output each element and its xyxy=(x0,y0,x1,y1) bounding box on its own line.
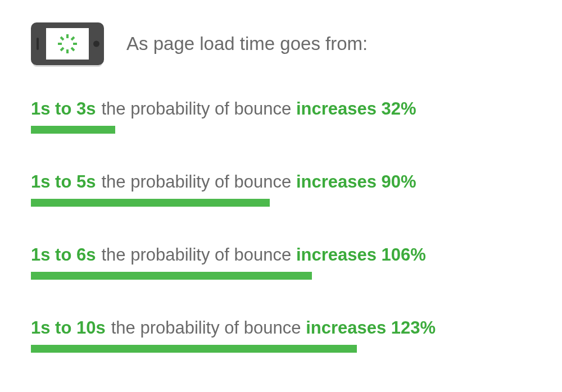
svg-line-5 xyxy=(61,48,64,51)
svg-line-1 xyxy=(71,37,74,40)
phone-screen xyxy=(46,28,89,60)
increase-text: increases 90% xyxy=(296,172,416,192)
bounce-row: 1s to 6sthe probability of bounce increa… xyxy=(31,245,531,280)
row-text: 1s to 5sthe probability of bounce increa… xyxy=(31,172,531,192)
increase-text: increases 32% xyxy=(296,99,416,118)
bar-track xyxy=(31,272,531,280)
svg-line-7 xyxy=(61,37,64,40)
bounce-row: 1s to 3sthe probability of bounce increa… xyxy=(31,99,531,134)
row-text: 1s to 3sthe probability of bounce increa… xyxy=(31,99,531,119)
row-text: 1s to 6sthe probability of bounce increa… xyxy=(31,245,531,265)
bar-fill xyxy=(31,345,357,353)
bounce-rows: 1s to 3sthe probability of bounce increa… xyxy=(31,99,531,353)
phone-loading-icon xyxy=(31,22,104,65)
time-range: 1s to 5s xyxy=(31,172,96,192)
page-title: As page load time goes from: xyxy=(126,33,368,54)
svg-line-3 xyxy=(71,48,74,51)
bar-fill xyxy=(31,272,312,280)
time-range: 1s to 6s xyxy=(31,245,96,265)
mid-text: the probability of bounce xyxy=(111,318,301,338)
bar-fill xyxy=(31,126,115,134)
row-text: 1s to 10sthe probability of bounce incre… xyxy=(31,318,531,338)
increase-text: increases 123% xyxy=(306,318,436,338)
bar-track xyxy=(31,199,531,207)
increase-text: increases 106% xyxy=(296,245,426,265)
mid-text: the probability of bounce xyxy=(101,245,291,265)
mid-text: the probability of bounce xyxy=(101,99,291,118)
header: As page load time goes from: xyxy=(31,22,531,65)
bar-fill xyxy=(31,199,270,207)
bar-track xyxy=(31,345,531,353)
spinner-icon xyxy=(56,33,79,55)
time-range: 1s to 3s xyxy=(31,99,96,118)
time-range: 1s to 10s xyxy=(31,318,106,338)
bounce-row: 1s to 5sthe probability of bounce increa… xyxy=(31,172,531,207)
bounce-row: 1s to 10sthe probability of bounce incre… xyxy=(31,318,531,353)
mid-text: the probability of bounce xyxy=(101,172,291,192)
bar-track xyxy=(31,126,531,134)
